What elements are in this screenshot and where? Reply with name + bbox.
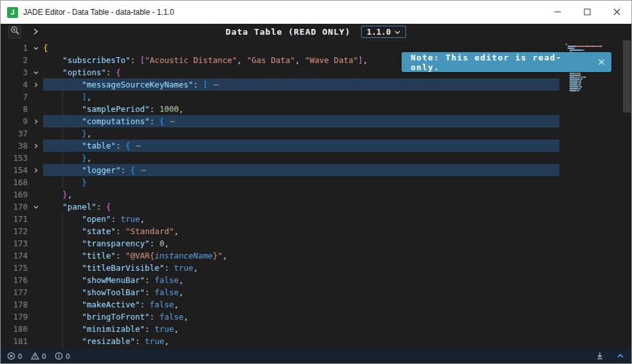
- line-content[interactable]: "computations": {⋯: [43, 115, 559, 127]
- code-line[interactable]: 175 "titleBarVisible": true,: [1, 262, 563, 274]
- indent-guide: [62, 176, 63, 188]
- warning-indicator[interactable]: 0: [31, 352, 46, 361]
- chevron-down-icon: [395, 27, 400, 37]
- line-number: 179: [1, 311, 29, 323]
- minimap-line: [566, 46, 621, 47]
- line-content[interactable]: "showMenuBar": false,: [43, 274, 559, 286]
- line-content[interactable]: "bringToFront": false,: [43, 311, 559, 323]
- indent-guide: [62, 140, 63, 152]
- code-line[interactable]: 154 "logger": {⋯: [1, 164, 563, 176]
- line-content[interactable]: "table": {⋯: [43, 140, 559, 152]
- error-indicator[interactable]: 0: [7, 352, 22, 361]
- line-number: 178: [1, 298, 29, 311]
- code-line[interactable]: 171 "open": true,: [1, 213, 563, 225]
- fold-spacer: [29, 262, 43, 274]
- line-content[interactable]: "title": "@VAR{instanceName}",: [43, 250, 559, 262]
- minimap[interactable]: [563, 41, 622, 349]
- line-number: 8: [1, 103, 29, 115]
- line-number: 38: [1, 140, 29, 152]
- fold-spacer: [29, 298, 43, 311]
- line-content[interactable]: },: [43, 127, 559, 140]
- line-number: 7: [1, 91, 29, 103]
- line-content[interactable]: "open": true,: [43, 213, 559, 225]
- minimap-line: [566, 75, 621, 76]
- code-line[interactable]: 173 "transparency": 0,: [1, 237, 563, 250]
- zoom-button[interactable]: [8, 26, 21, 39]
- code-line[interactable]: 169 },: [1, 188, 563, 201]
- code-line[interactable]: 181 "resizable": true,: [1, 335, 563, 347]
- fold-collapsed-icon[interactable]: [29, 140, 43, 152]
- code-line[interactable]: 178 "makeActive": false,: [1, 298, 563, 311]
- line-content[interactable]: "showToolBar": false,: [43, 286, 559, 298]
- window-controls: [543, 1, 631, 24]
- line-content[interactable]: },: [43, 152, 559, 164]
- indent-guide: [62, 225, 63, 237]
- code-line[interactable]: 168 }: [1, 176, 563, 188]
- fold-expanded-icon[interactable]: [29, 42, 43, 54]
- code-line[interactable]: 7 ],: [1, 91, 563, 103]
- line-content[interactable]: "messageSourceKeyNames": [⋯: [43, 78, 559, 91]
- line-content[interactable]: "makeActive": false,: [43, 298, 559, 311]
- code-line[interactable]: 176 "showMenuBar": false,: [1, 274, 563, 286]
- line-content[interactable]: "minimizable": true,: [43, 323, 559, 335]
- fold-collapsed-icon[interactable]: [29, 164, 43, 176]
- code-line[interactable]: 153 },: [1, 152, 563, 164]
- minimize-button[interactable]: [543, 1, 572, 24]
- code-line[interactable]: 172 "state": "Standard",: [1, 225, 563, 237]
- minimap-line: [566, 90, 621, 91]
- fold-collapsed-icon[interactable]: [29, 115, 43, 127]
- line-number: 4: [1, 78, 29, 91]
- code-lines[interactable]: 1{2 "subscribesTo": ["Acoustic Distance"…: [1, 41, 563, 349]
- code-line[interactable]: 4 "messageSourceKeyNames": [⋯: [1, 78, 563, 91]
- fold-spacer: [29, 286, 43, 298]
- fold-spacer: [29, 311, 43, 323]
- maximize-button[interactable]: [572, 1, 602, 24]
- download-icon[interactable]: [595, 351, 604, 361]
- code-line[interactable]: 180 "minimizable": true,: [1, 323, 563, 335]
- line-content[interactable]: "titleBarVisible": true,: [43, 262, 559, 274]
- fold-expanded-icon[interactable]: [29, 201, 43, 213]
- toast-close-icon[interactable]: [597, 57, 606, 66]
- line-content[interactable]: },: [43, 188, 559, 201]
- close-button[interactable]: [602, 1, 631, 24]
- toast-message: Note: This editor is read-only.: [411, 53, 590, 72]
- line-content[interactable]: ],: [43, 91, 559, 103]
- chevron-up-icon[interactable]: [616, 352, 625, 361]
- code-line[interactable]: 177 "showToolBar": false,: [1, 286, 563, 298]
- line-number: 172: [1, 225, 29, 237]
- line-content[interactable]: "samplePeriod": 1000,: [43, 103, 559, 115]
- vertical-scrollbar[interactable]: [622, 41, 631, 349]
- line-content[interactable]: "transparency": 0,: [43, 237, 559, 250]
- statusbar-right: [595, 351, 625, 361]
- info-indicator[interactable]: 0: [55, 352, 70, 361]
- code-line[interactable]: 38 "table": {⋯: [1, 140, 563, 152]
- expand-button[interactable]: [29, 26, 42, 39]
- indent-guide: [62, 78, 63, 91]
- version-dropdown[interactable]: 1.1.0: [361, 26, 407, 38]
- code-line[interactable]: 37 },: [1, 127, 563, 140]
- info-count: 0: [66, 352, 70, 360]
- indent-guide: [62, 323, 63, 335]
- line-content[interactable]: "panel": {: [43, 201, 559, 213]
- indent-guide: [62, 311, 63, 323]
- fold-spacer: [29, 152, 43, 164]
- fold-spacer: [29, 54, 43, 66]
- code-line[interactable]: 8 "samplePeriod": 1000,: [1, 103, 563, 115]
- line-content[interactable]: }: [43, 176, 559, 188]
- line-content[interactable]: "logger": {⋯: [43, 164, 559, 176]
- line-content[interactable]: "resizable": true,: [43, 335, 559, 347]
- indent-guide: [62, 262, 63, 274]
- fold-expanded-icon[interactable]: [29, 66, 43, 78]
- code-line[interactable]: 9 "computations": {⋯: [1, 115, 563, 127]
- fold-spacer: [29, 213, 43, 225]
- fold-collapsed-icon[interactable]: [29, 78, 43, 91]
- indent-guide: [62, 164, 63, 176]
- code-line[interactable]: 170 "panel": {: [1, 201, 563, 213]
- code-line[interactable]: 179 "bringToFront": false,: [1, 311, 563, 323]
- line-content[interactable]: "state": "Standard",: [43, 225, 559, 237]
- code-line[interactable]: 174 "title": "@VAR{instanceName}",: [1, 250, 563, 262]
- scrollbar-thumb[interactable]: [623, 41, 631, 113]
- version-label: 1.1.0: [367, 27, 391, 37]
- indent-guide: [62, 103, 63, 115]
- line-number: 2: [1, 54, 29, 66]
